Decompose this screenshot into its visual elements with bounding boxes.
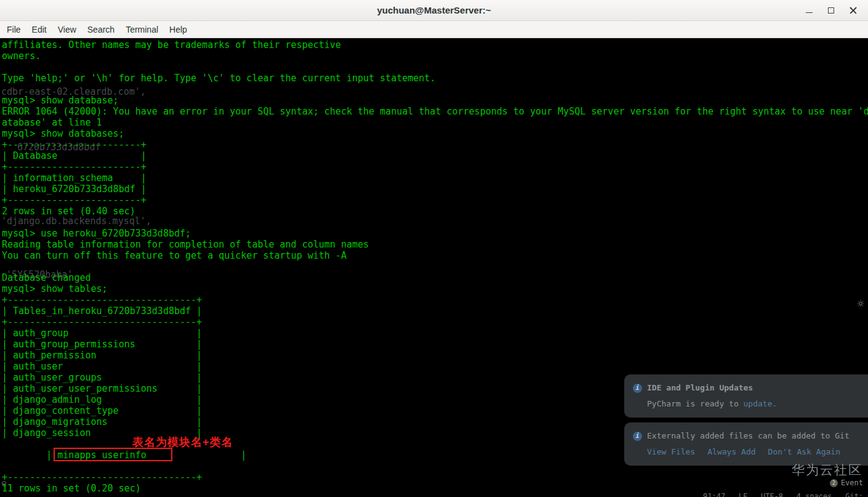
menubar: File Edit View Search Terminal Help <box>0 21 868 38</box>
notification-body-text: PyCharm is ready to <box>647 399 744 408</box>
menu-search[interactable]: Search <box>82 22 120 37</box>
view-files-link[interactable]: View Files <box>647 446 695 458</box>
always-add-link[interactable]: Always Add <box>707 446 755 458</box>
terminal-window: yuchuan@MasterServer:~ File Edit View Se… <box>0 0 868 497</box>
minapps-userinfo-highlight: minapps_userinfo <box>57 450 147 461</box>
menu-edit[interactable]: Edit <box>26 22 52 37</box>
menu-terminal[interactable]: Terminal <box>120 22 164 37</box>
window-controls <box>798 0 868 21</box>
notification-ide-updates[interactable]: i IDE and Plugin Updates PyCharm is read… <box>624 374 868 418</box>
menu-view[interactable]: View <box>52 22 82 37</box>
pycharm-statusbar-fragment: 91:47 LF UTF-8 4 spaces Git: master Pyth… <box>703 491 868 497</box>
dont-ask-again-link[interactable]: Don't Ask Again <box>768 446 840 458</box>
info-icon: i <box>633 432 642 441</box>
close-icon <box>850 7 857 14</box>
notification-settings-gear-icon[interactable] <box>856 299 865 310</box>
menu-help[interactable]: Help <box>164 22 193 37</box>
notification-text: Externally added files can be added to G… <box>647 430 850 442</box>
close-button[interactable] <box>842 0 864 21</box>
window-title: yuchuan@MasterServer:~ <box>0 5 868 15</box>
maximize-icon <box>828 7 834 14</box>
notification-git-files[interactable]: i Externally added files can be added to… <box>624 422 868 466</box>
notification-title: IDE and Plugin Updates <box>647 382 753 394</box>
maximize-button[interactable] <box>820 0 842 21</box>
notification-body: PyCharm is ready to update. <box>633 398 859 410</box>
terminal-viewport[interactable]: cdbr-east-02.cleardb.com', 6720b733d3d8b… <box>0 38 868 497</box>
info-icon: i <box>633 384 642 393</box>
event-badge-icon: 2 <box>830 479 838 487</box>
menu-file[interactable]: File <box>1 22 26 37</box>
titlebar: yuchuan@MasterServer:~ <box>0 0 868 21</box>
red-annotation-text: 表名为模块名+类名 <box>132 437 233 448</box>
event-label: Event <box>841 477 863 488</box>
minimize-icon <box>806 12 813 14</box>
minimize-button[interactable] <box>798 0 820 21</box>
event-log-button[interactable]: 2 Event <box>830 477 863 488</box>
notification-stack: i IDE and Plugin Updates PyCharm is read… <box>624 374 868 466</box>
update-link[interactable]: update. <box>744 399 778 408</box>
huawei-cloud-watermark: 华为云社区 <box>792 464 862 475</box>
